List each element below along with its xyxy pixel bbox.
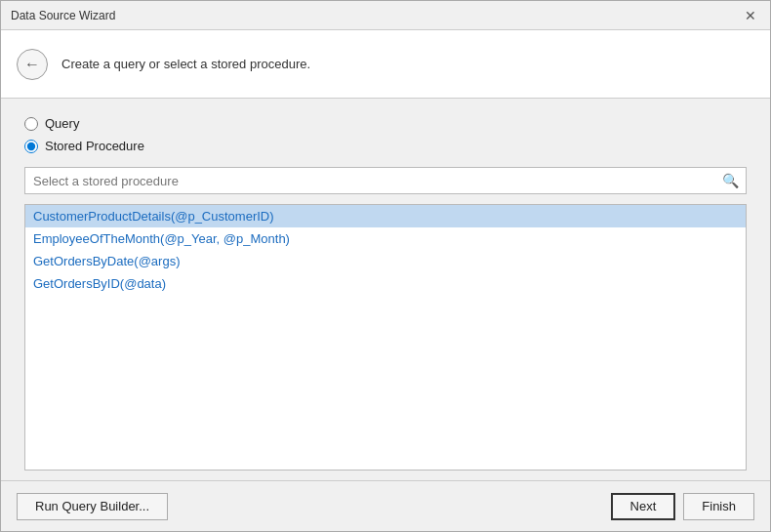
header-area: ← Create a query or select a stored proc… bbox=[1, 30, 770, 99]
list-item[interactable]: GetOrdersByDate(@args) bbox=[25, 250, 746, 272]
content-area: Query Stored Procedure 🔍 CustomerProduct… bbox=[1, 99, 770, 480]
back-button[interactable]: ← bbox=[17, 49, 48, 80]
radio-stored-procedure-label: Stored Procedure bbox=[45, 139, 144, 153]
next-button[interactable]: Next bbox=[611, 493, 676, 520]
search-box-wrapper: 🔍 bbox=[24, 167, 747, 194]
list-item[interactable]: GetOrdersByID(@data) bbox=[25, 272, 746, 295]
footer-left: Run Query Builder... bbox=[17, 493, 168, 520]
radio-query-label: Query bbox=[45, 116, 79, 131]
dialog-window: Data Source Wizard ✕ ← Create a query or… bbox=[0, 0, 771, 532]
footer-right: Next Finish bbox=[611, 493, 754, 520]
list-item[interactable]: CustomerProductDetails(@p_CustomerID) bbox=[25, 205, 746, 227]
close-button[interactable]: ✕ bbox=[741, 6, 760, 25]
procedure-list[interactable]: CustomerProductDetails(@p_CustomerID) Em… bbox=[24, 204, 747, 471]
radio-group: Query Stored Procedure bbox=[24, 116, 747, 153]
title-bar: Data Source Wizard ✕ bbox=[1, 1, 770, 30]
radio-stored-procedure[interactable]: Stored Procedure bbox=[24, 139, 747, 153]
header-description: Create a query or select a stored proced… bbox=[61, 57, 310, 71]
radio-query-input[interactable] bbox=[24, 117, 38, 131]
dialog-title: Data Source Wizard bbox=[11, 9, 115, 22]
search-input[interactable] bbox=[24, 167, 747, 194]
radio-stored-procedure-input[interactable] bbox=[24, 140, 38, 153]
list-item[interactable]: EmployeeOfTheMonth(@p_Year, @p_Month) bbox=[25, 227, 746, 250]
finish-button[interactable]: Finish bbox=[683, 493, 754, 520]
radio-query[interactable]: Query bbox=[24, 116, 747, 131]
run-query-builder-button[interactable]: Run Query Builder... bbox=[17, 493, 168, 520]
footer: Run Query Builder... Next Finish bbox=[1, 480, 770, 531]
